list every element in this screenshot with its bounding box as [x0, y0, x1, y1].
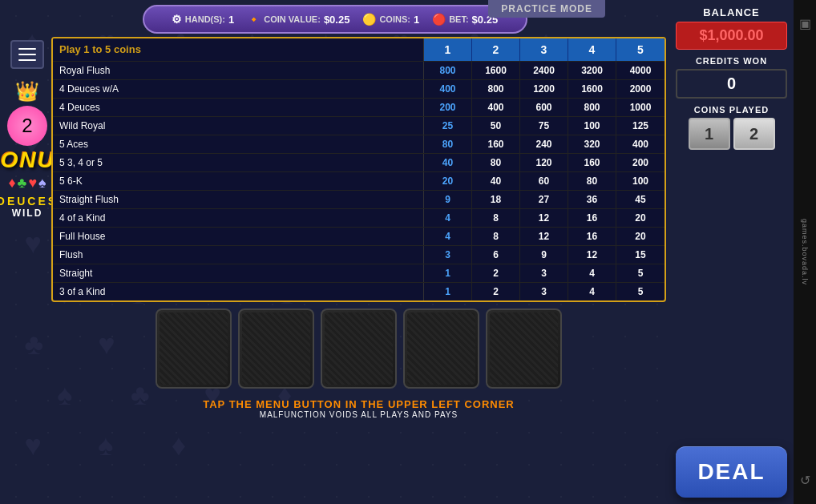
coins-label: COINS: [379, 14, 410, 24]
card-1[interactable] [156, 308, 232, 389]
card-5[interactable] [486, 308, 562, 389]
card-4[interactable] [403, 308, 479, 389]
table-row: 4 of a Kind48121620 [53, 208, 665, 227]
crown-icon: 👑 [15, 80, 39, 103]
pay-val-col-2: 160 [472, 135, 520, 153]
wild-text: WILD [12, 208, 43, 219]
logo-circle: 2 [7, 106, 47, 146]
malfunction-text: MALFUNCTION VOIDS ALL PLAYS AND PAYS [51, 410, 666, 419]
pay-val-col-2: 80 [472, 154, 520, 171]
hand-name: Wild Royal [53, 117, 424, 135]
hands-icon: ⚙ [172, 13, 182, 26]
pay-val-col-1: 4 [424, 228, 472, 245]
pay-val-col-4: 36 [568, 191, 616, 208]
pay-table-col-2: 2 [472, 38, 520, 61]
credits-won-label: CREDITS WON [676, 56, 787, 66]
main-area: PRACTICE MODE ⚙ HAND(S): 1 🔸 COIN VALUE:… [0, 0, 669, 504]
card-2[interactable] [238, 308, 314, 389]
pay-val-col-4: 80 [568, 172, 616, 190]
hand-name: Straight [53, 264, 424, 282]
diamond-suit: ♦ [8, 175, 15, 192]
pay-val-col-4: 100 [568, 117, 616, 135]
coins-value: 1 [414, 14, 419, 26]
hand-name: Flush [53, 246, 424, 264]
hands-value: 1 [228, 14, 234, 26]
hands-label: HAND(S): [185, 14, 225, 24]
pay-val-col-1: 9 [424, 191, 472, 208]
pay-val-col-3: 600 [520, 99, 568, 116]
coins-played-buttons: 1 2 [676, 118, 787, 150]
pay-val-col-5: 20 [616, 228, 665, 245]
pay-table-col-3: 3 [520, 38, 568, 61]
credits-won-value: 0 [676, 69, 787, 99]
pay-val-col-1: 20 [424, 172, 472, 190]
coin-value-info: 🔸 COIN VALUE: $0.25 [247, 13, 349, 26]
edge-icon-bottom[interactable]: ↺ [800, 473, 810, 488]
pay-val-col-5: 2000 [616, 80, 665, 98]
coins-played-label: COINS PLAYED [676, 105, 787, 115]
table-row: 5 3, 4 or 54080120160200 [53, 153, 665, 171]
pay-val-col-3: 27 [520, 191, 568, 208]
pay-val-col-2: 2 [472, 264, 520, 282]
edge-icon-top[interactable]: ▣ [799, 16, 811, 31]
pay-val-col-2: 2 [472, 283, 520, 300]
pay-val-col-4: 16 [568, 228, 616, 245]
pay-val-col-1: 80 [424, 135, 472, 153]
pay-rows-container: Royal Flush80016002400320040004 Deuces w… [53, 61, 665, 300]
pay-val-col-5: 200 [616, 154, 665, 171]
pay-val-col-1: 1 [424, 283, 472, 300]
pay-val-col-2: 8 [472, 228, 520, 245]
menu-button[interactable] [10, 40, 44, 69]
pay-val-col-3: 240 [520, 135, 568, 153]
pay-val-col-3: 3 [520, 264, 568, 282]
pay-val-col-1: 400 [424, 80, 472, 98]
pay-val-col-1: 1 [424, 264, 472, 282]
table-row: Straight12345 [53, 264, 665, 282]
pay-val-col-2: 8 [472, 209, 520, 227]
pay-val-col-5: 5 [616, 264, 665, 282]
pay-val-col-5: 20 [616, 209, 665, 227]
table-row: Flush3691215 [53, 245, 665, 264]
pay-val-col-1: 3 [424, 246, 472, 264]
pay-val-col-2: 40 [472, 172, 520, 190]
hand-name: 4 of a Kind [53, 209, 424, 227]
hand-name: Full House [53, 228, 424, 245]
center-content: Play 1 to 5 coins 1 2 3 4 5 Royal Flush8… [51, 37, 666, 504]
credits-won-section: CREDITS WON 0 [676, 56, 787, 99]
pay-val-col-2: 50 [472, 117, 520, 135]
hands-info: ⚙ HAND(S): 1 [172, 13, 234, 26]
menu-line-2 [18, 54, 36, 55]
pay-val-col-4: 4 [568, 283, 616, 300]
pay-val-col-4: 800 [568, 99, 616, 116]
deal-button[interactable]: DEAL [676, 446, 787, 498]
practice-mode-label: PRACTICE MODE [501, 3, 592, 14]
pay-val-col-4: 3200 [568, 62, 616, 79]
table-row: 4 Deuces w/A400800120016002000 [53, 79, 665, 98]
coins-info: 🟡 COINS: 1 [362, 13, 419, 26]
hand-name: 3 of a Kind [53, 283, 424, 300]
menu-line-1 [18, 48, 36, 50]
pay-val-col-4: 320 [568, 135, 616, 153]
pay-val-col-5: 5 [616, 283, 665, 300]
menu-line-3 [18, 59, 36, 61]
pay-table-col-5: 5 [616, 38, 665, 61]
hand-name: 5 6-K [53, 172, 424, 190]
coin-btn-1[interactable]: 1 [689, 118, 730, 150]
pay-val-col-2: 18 [472, 191, 520, 208]
hand-name: 5 Aces [53, 135, 424, 153]
pay-val-col-3: 12 [520, 228, 568, 245]
coin-btn-2[interactable]: 2 [733, 118, 775, 150]
table-row: 4 Deuces2004006008001000 [53, 98, 665, 116]
edge-domain-label: games.bovada.lv [801, 219, 809, 285]
right-panel: BALANCE $1,000.00 CREDITS WON 0 COINS PL… [669, 0, 794, 504]
pay-val-col-5: 15 [616, 246, 665, 264]
pay-val-col-3: 60 [520, 172, 568, 190]
table-row: 3 of a Kind12345 [53, 282, 665, 300]
table-row: Full House48121620 [53, 227, 665, 245]
bet-icon: 🔴 [432, 13, 446, 26]
card-3[interactable] [321, 308, 397, 389]
hand-name: 5 3, 4 or 5 [53, 154, 424, 171]
pay-val-col-4: 16 [568, 209, 616, 227]
pay-val-col-3: 12 [520, 209, 568, 227]
pay-val-col-2: 1600 [472, 62, 520, 79]
